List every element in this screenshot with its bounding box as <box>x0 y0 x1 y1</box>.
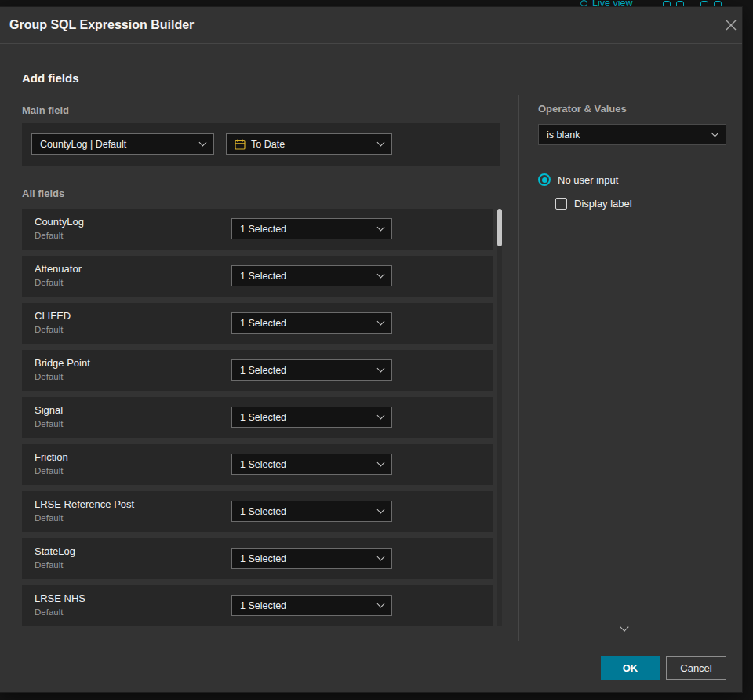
display-label-text: Display label <box>574 198 632 210</box>
field-subtitle: Default <box>35 513 63 523</box>
field-row: Friction Default 1 Selected <box>22 444 493 485</box>
chevron-down-icon <box>377 224 385 232</box>
field-row: StateLog Default 1 Selected <box>22 538 493 579</box>
field-name: Attenuator <box>35 263 82 275</box>
field-row: Attenuator Default 1 Selected <box>22 256 493 297</box>
live-view-dot-icon <box>580 0 587 7</box>
field-subtitle: Default <box>35 372 63 381</box>
field-subtitle: Default <box>35 278 63 287</box>
field-select-dropdown[interactable]: 1 Selected <box>231 595 392 616</box>
checkbox-unchecked-icon <box>555 198 567 210</box>
field-select-label: 1 Selected <box>240 600 286 611</box>
field-select-label: 1 Selected <box>240 365 286 376</box>
field-row: LRSE NHS Default 1 Selected <box>22 585 493 626</box>
field-select-label: 1 Selected <box>240 318 286 329</box>
field-select-dropdown[interactable]: 1 Selected <box>231 407 392 428</box>
field-select-dropdown[interactable]: 1 Selected <box>231 218 392 239</box>
all-fields-list: CountyLog Default 1 Selected Attenuator … <box>22 209 493 626</box>
field-select-label: 1 Selected <box>240 553 286 564</box>
field-select-label: 1 Selected <box>240 459 286 470</box>
field-select-dropdown[interactable]: 1 Selected <box>231 548 392 569</box>
field-select-label: 1 Selected <box>240 224 286 235</box>
chevron-down-icon <box>377 318 385 326</box>
chevron-down-icon <box>377 459 385 467</box>
field-name: LRSE NHS <box>35 592 85 604</box>
column-divider <box>518 95 519 641</box>
field-subtitle: Default <box>35 560 63 570</box>
no-user-input-radio[interactable]: No user input <box>538 173 618 186</box>
all-fields-label: All fields <box>22 188 64 199</box>
field-subtitle: Default <box>35 607 63 617</box>
chevron-down-icon <box>377 553 385 561</box>
add-fields-heading: Add fields <box>22 71 79 85</box>
field-name: LRSE Reference Post <box>35 498 134 510</box>
date-field-dropdown[interactable]: To Date <box>226 133 392 155</box>
chevron-down-icon <box>377 139 385 147</box>
chevron-down-icon <box>711 129 719 137</box>
field-select-dropdown[interactable]: 1 Selected <box>231 454 392 475</box>
operator-dropdown-label: is blank <box>547 129 580 140</box>
chevron-down-icon <box>377 271 385 279</box>
field-subtitle: Default <box>35 419 63 428</box>
radio-selected-icon <box>538 173 551 186</box>
fields-list-scrollbar[interactable] <box>497 209 502 626</box>
ok-button[interactable]: OK <box>601 656 660 680</box>
close-icon[interactable] <box>723 17 739 33</box>
scroll-down-indicator-icon <box>620 622 628 631</box>
field-subtitle: Default <box>35 466 63 476</box>
field-select-dropdown[interactable]: 1 Selected <box>231 312 392 334</box>
chevron-down-icon <box>377 412 385 420</box>
field-row: CLIFED Default 1 Selected <box>22 303 493 344</box>
display-label-checkbox[interactable]: Display label <box>555 198 632 210</box>
date-dropdown-label: To Date <box>251 139 285 150</box>
dialog-title: Group SQL Expression Builder <box>9 7 194 43</box>
field-row: CountyLog Default 1 Selected <box>22 209 493 250</box>
field-subtitle: Default <box>35 231 63 240</box>
main-field-label: Main field <box>22 104 69 116</box>
field-row: LRSE Reference Post Default 1 Selected <box>22 491 493 532</box>
field-subtitle: Default <box>35 325 63 334</box>
dialog-titlebar: Group SQL Expression Builder <box>0 7 742 43</box>
field-select-dropdown[interactable]: 1 Selected <box>231 359 392 381</box>
field-select-label: 1 Selected <box>240 412 286 423</box>
calendar-icon <box>235 139 246 150</box>
field-name: Signal <box>35 404 63 416</box>
field-select-label: 1 Selected <box>240 506 286 517</box>
main-field-dropdown-label: CountyLog | Default <box>40 139 126 150</box>
main-field-dropdown[interactable]: CountyLog | Default <box>31 133 214 155</box>
operator-dropdown[interactable]: is blank <box>538 124 726 145</box>
radio-dot <box>542 177 547 183</box>
field-name: CLIFED <box>35 310 71 322</box>
cancel-button[interactable]: Cancel <box>666 656 726 680</box>
field-name: CountyLog <box>35 216 84 228</box>
field-row: Signal Default 1 Selected <box>22 397 493 438</box>
chevron-down-icon <box>377 600 385 608</box>
chevron-down-icon <box>199 139 207 147</box>
main-field-panel: CountyLog | Default To Date <box>22 123 500 166</box>
group-sql-expression-builder-dialog: Group SQL Expression Builder Add fields … <box>0 7 742 692</box>
field-name: Friction <box>35 451 68 463</box>
field-select-label: 1 Selected <box>240 271 286 282</box>
field-row: Bridge Point Default 1 Selected <box>22 350 493 391</box>
titlebar-divider <box>0 43 742 44</box>
no-user-input-label: No user input <box>558 174 618 186</box>
field-name: Bridge Point <box>35 357 90 369</box>
chevron-down-icon <box>377 365 385 373</box>
operator-values-label: Operator & Values <box>538 103 627 115</box>
scrollbar-thumb[interactable] <box>497 209 502 246</box>
field-select-dropdown[interactable]: 1 Selected <box>231 265 392 286</box>
field-name: StateLog <box>35 545 75 557</box>
field-select-dropdown[interactable]: 1 Selected <box>231 501 392 522</box>
chevron-down-icon <box>377 506 385 514</box>
